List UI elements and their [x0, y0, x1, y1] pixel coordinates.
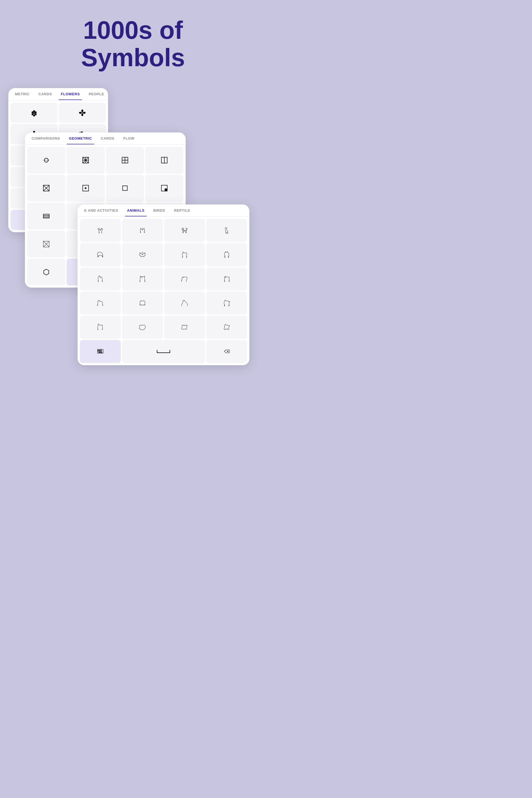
symbol-animal-4a[interactable] — [80, 291, 121, 315]
symbol-animal-5b[interactable] — [122, 316, 163, 339]
svg-rect-59 — [43, 214, 49, 218]
symbol-animal-5d[interactable] — [206, 316, 247, 339]
tab-reptiles[interactable]: REPTILE — [170, 205, 194, 216]
symbol-cell[interactable] — [59, 102, 106, 123]
symbol-cell[interactable] — [27, 147, 65, 174]
symbol-animal-4c[interactable] — [164, 291, 205, 315]
tab-metric[interactable]: METRIC — [11, 88, 34, 100]
delete-button[interactable] — [206, 340, 247, 363]
symbol-animal-fox[interactable] — [122, 219, 163, 242]
symbol-animal-4d[interactable] — [206, 291, 247, 315]
symbol-animal-goat[interactable] — [206, 243, 247, 266]
svg-point-7 — [81, 110, 83, 112]
symbol-animal-5c[interactable] — [164, 316, 205, 339]
symbol-cell[interactable] — [66, 175, 105, 202]
symbol-animal-gazelle[interactable] — [206, 267, 247, 290]
svg-point-6 — [33, 112, 35, 114]
svg-point-5 — [32, 111, 34, 113]
svg-point-102 — [142, 229, 143, 230]
tab-cards[interactable]: CARDS — [34, 88, 57, 100]
svg-point-3 — [33, 114, 35, 116]
tab-people[interactable]: PEOPLE — [84, 88, 108, 100]
symbol-animal-donkey[interactable] — [80, 267, 121, 290]
svg-rect-109 — [98, 351, 98, 352]
symbol-cell[interactable] — [27, 230, 65, 258]
svg-rect-113 — [98, 352, 102, 353]
svg-point-12 — [82, 112, 83, 113]
keyboard-button-animals[interactable] — [80, 340, 121, 363]
symbol-animal-bear[interactable] — [80, 243, 121, 266]
symbol-cell[interactable] — [66, 147, 105, 174]
symbol-animal-running-dog[interactable] — [164, 267, 205, 290]
svg-point-8 — [83, 112, 86, 114]
symbol-cell[interactable] — [106, 175, 144, 202]
svg-point-0 — [33, 110, 35, 112]
spacebar-button[interactable] — [122, 340, 205, 363]
main-title: 1000s of Symbols — [81, 17, 185, 72]
panel-animals: E AND ACTIVITIES ANIMALS BIRDS REPTILE — [78, 205, 249, 365]
symbol-cell[interactable] — [11, 102, 58, 123]
svg-point-103 — [142, 253, 143, 255]
svg-rect-105 — [98, 350, 98, 350]
svg-rect-112 — [101, 351, 102, 352]
symbol-cell[interactable] — [27, 203, 65, 230]
panel1-tab-bar: METRIC CARDS FLOWERS PEOPLE — [8, 88, 108, 100]
cards-container: METRIC CARDS FLOWERS PEOPLE — [8, 88, 258, 360]
svg-rect-107 — [100, 350, 100, 350]
svg-point-10 — [79, 112, 82, 114]
svg-point-55 — [85, 188, 86, 189]
symbol-cell[interactable] — [145, 147, 184, 174]
tab-animals[interactable]: ANIMALS — [123, 205, 149, 216]
svg-rect-106 — [99, 350, 99, 350]
symbol-animal-giraffe[interactable] — [206, 219, 247, 242]
svg-rect-110 — [99, 351, 99, 352]
symbol-animal-4b[interactable] — [122, 291, 163, 315]
symbol-cell[interactable] — [106, 147, 144, 174]
symbol-animal-lion[interactable] — [122, 243, 163, 266]
svg-rect-58 — [165, 189, 167, 191]
tab-flow[interactable]: FLOW — [119, 132, 139, 144]
tab-cards2[interactable]: CARDS — [96, 132, 119, 144]
symbol-cell[interactable] — [27, 259, 65, 285]
tab-birds[interactable]: BIRDS — [149, 205, 170, 216]
tab-flowers[interactable]: FLOWERS — [57, 88, 84, 100]
tab-geometric[interactable]: GEOMETRIC — [64, 132, 96, 144]
symbol-cell[interactable] — [27, 175, 65, 202]
svg-rect-108 — [101, 350, 102, 350]
panel3-tab-bar: E AND ACTIVITIES ANIMALS BIRDS REPTILE — [78, 205, 249, 217]
symbol-cell[interactable] — [145, 175, 184, 202]
svg-point-2 — [35, 113, 37, 115]
svg-rect-111 — [100, 351, 100, 352]
symbol-animal-5a[interactable] — [80, 316, 121, 339]
symbol-animal-deer[interactable] — [80, 219, 121, 242]
svg-point-4 — [32, 113, 34, 115]
symbol-animal-cow[interactable] — [122, 267, 163, 290]
svg-rect-56 — [123, 186, 128, 191]
symbol-animal-horse[interactable] — [164, 243, 205, 266]
svg-point-1 — [35, 111, 37, 113]
tab-activities[interactable]: E AND ACTIVITIES — [80, 205, 123, 216]
symbol-animal-elephant[interactable] — [164, 219, 205, 242]
panel2-tab-bar: COMPARISONS GEOMETRIC CARDS FLOW — [25, 132, 186, 145]
tab-comparisons[interactable]: COMPARISONS — [27, 132, 64, 144]
svg-marker-91 — [44, 269, 49, 275]
svg-point-9 — [81, 113, 83, 116]
